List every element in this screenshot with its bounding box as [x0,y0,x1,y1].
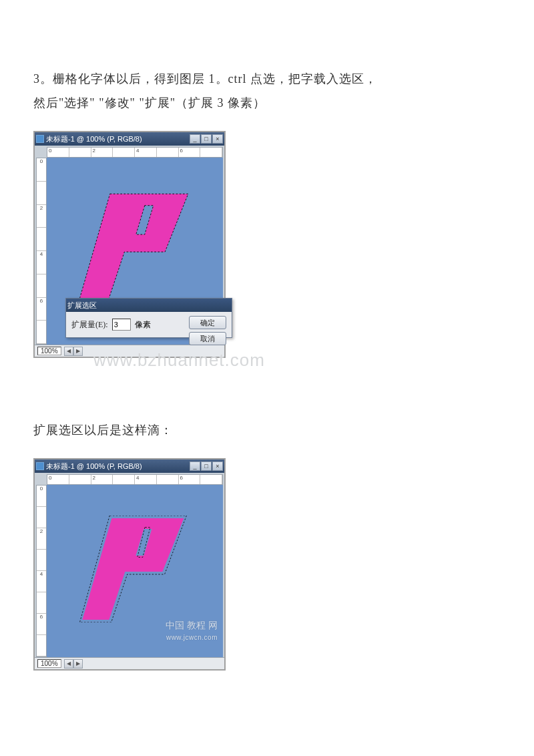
zoom-level[interactable]: 100% [37,347,61,355]
ruler-vertical-2: 0 2 4 6 [36,485,47,657]
window-titlebar-2: 未标题-1 @ 100% (P, RGB/8) _ □ × [35,459,224,473]
maximize-button[interactable]: □ [201,134,212,144]
ruler-vertical: 0 2 4 6 [36,158,47,345]
unit-label: 像素 [135,319,151,331]
status-bar-2: 100% ◀ ▶ [35,657,224,669]
ruler-horizontal: 0 2 4 6 [47,147,223,158]
doc-icon [36,135,44,143]
window-title-2: 未标题-1 @ 100% (P, RGB/8) [46,461,190,471]
ps-window-2: 未标题-1 @ 100% (P, RGB/8) _ □ × 0 2 4 6 [33,458,226,671]
dialog-title: 扩展选区 [67,301,97,311]
dialog-titlebar: 扩展选区 [66,299,232,312]
expand-selection-dialog: 扩展选区 扩展量(E): 像素 确定 取消 [65,298,232,338]
paragraph-step-3: 3。栅格化字体以后，得到图层 1。ctrl 点选，把字载入选区， 然后"选择" … [33,67,501,115]
minimize-button[interactable]: _ [190,461,200,471]
ok-button[interactable]: 确定 [189,316,226,329]
window-title: 未标题-1 @ 100% (P, RGB/8) [46,134,190,144]
status-bar: 100% ◀ ▶ [35,345,224,357]
maximize-button[interactable]: □ [201,461,212,471]
nav-left-button[interactable]: ◀ [64,347,73,356]
letter-shape-p-2 [71,516,195,622]
doc-icon [36,462,44,470]
expand-amount-input[interactable] [112,319,131,331]
close-button[interactable]: × [212,461,223,471]
expand-amount-label: 扩展量(E): [71,319,108,331]
text-line-1: 3。栅格化字体以后，得到图层 1。ctrl 点选，把字载入选区， [33,72,377,85]
figure-2-wrapper: 未标题-1 @ 100% (P, RGB/8) _ □ × 0 2 4 6 [33,458,226,671]
nav-left-button[interactable]: ◀ [64,659,73,669]
paragraph-result: 扩展选区以后是这样滴： [33,418,501,442]
window-titlebar: 未标题-1 @ 100% (P, RGB/8) _ □ × [35,132,224,146]
text-line-2: 然后"选择" "修改" "扩展"（扩展 3 像素） [33,96,266,110]
letter-shape-p [71,191,195,307]
ruler-horizontal-2: 0 2 4 6 [47,474,223,485]
cancel-button[interactable]: 取消 [189,332,226,345]
minimize-button[interactable]: _ [190,134,200,144]
zoom-level-2[interactable]: 100% [37,659,61,668]
nav-right-button[interactable]: ▶ [73,347,83,356]
nav-right-button[interactable]: ▶ [73,659,83,669]
figure-1-wrapper: 未标题-1 @ 100% (P, RGB/8) _ □ × 0 2 4 6 0 [33,131,226,358]
watermark-cn-2: 中国 教程 网 www.jcwcn.com [166,620,218,642]
text-line-3: 扩展选区以后是这样滴： [33,423,173,437]
close-button[interactable]: × [212,134,223,144]
canvas-2: 中国 教程 网 www.jcwcn.com [47,485,223,657]
